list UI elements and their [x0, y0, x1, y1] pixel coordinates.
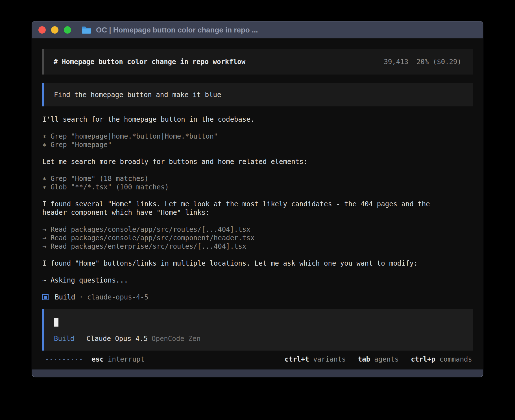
- assistant-text: I'll search for the homepage button in t…: [42, 115, 456, 124]
- read-call-group: → Read packages/console/app/src/routes/[…: [42, 225, 456, 251]
- context-usage: 20% ($0.29): [416, 58, 461, 66]
- agent-build-icon: [42, 294, 49, 300]
- assistant-text: I found "Home" buttons/links in multiple…: [42, 259, 456, 268]
- shortcut-commands: ctrl+p commands: [411, 355, 472, 364]
- text-cursor: [54, 318, 58, 327]
- close-button[interactable]: [38, 26, 46, 34]
- terminal-content: # Homepage button color change in repo w…: [32, 38, 483, 369]
- mode-label[interactable]: Build: [54, 334, 74, 343]
- assistant-transcript: I'll search for the homepage button in t…: [42, 115, 473, 301]
- activity-spinner: [46, 359, 82, 360]
- shortcut-label: commands: [439, 355, 472, 363]
- model-label[interactable]: Claude Opus 4.5: [86, 334, 148, 343]
- separator-dot: ·: [79, 293, 83, 301]
- terminal-window: OC | Homepage button color change in rep…: [32, 21, 483, 377]
- shortcut-label: variants: [313, 355, 346, 363]
- session-stats: 39,413 20% ($0.29): [384, 58, 461, 66]
- shortcut-agents: tab agents: [358, 355, 399, 364]
- shortcut-label: interrupt: [108, 355, 145, 363]
- shortcut-key: ctrl+t: [285, 355, 309, 363]
- session-title: # Homepage button color change in repo w…: [54, 58, 245, 66]
- shortcut-key: tab: [358, 355, 370, 363]
- tool-call-grep: ∗ Grep "homepage|home.*button|Home.*butt…: [42, 132, 456, 141]
- message-input[interactable]: Build Claude Opus 4.5 OpenCode Zen: [42, 309, 473, 351]
- assistant-text: I found several "Home" links. Let me loo…: [42, 200, 456, 217]
- titlebar[interactable]: OC | Homepage button color change in rep…: [32, 21, 483, 38]
- agent-model: claude-opus-4-5: [87, 293, 149, 301]
- zoom-button[interactable]: [64, 26, 71, 34]
- agent-badge: Build · claude-opus-4-5: [42, 293, 456, 301]
- window-title: OC | Homepage button color change in rep…: [96, 26, 258, 34]
- shortcut-variants: ctrl+t variants: [285, 355, 346, 364]
- shortcut-label: agents: [374, 355, 399, 363]
- tool-call-read: → Read packages/console/app/src/componen…: [42, 234, 456, 242]
- tool-call-glob: ∗ Glob "**/*.tsx" (100 matches): [42, 183, 456, 191]
- user-message-text: Find the homepage button and make it blu…: [54, 91, 461, 99]
- provider-label: OpenCode Zen: [152, 334, 200, 343]
- activity-status: ~ Asking questions...: [42, 276, 456, 285]
- input-footer: Build Claude Opus 4.5 OpenCode Zen: [54, 334, 461, 343]
- window-bottom-strip: [32, 369, 483, 377]
- tool-call-grep: ∗ Grep "Homepage": [42, 141, 456, 149]
- tool-call-grep: ∗ Grep "Home" (18 matches): [42, 174, 456, 183]
- tool-call-read: → Read packages/console/app/src/routes/[…: [42, 225, 456, 234]
- traffic-lights: [38, 26, 71, 34]
- token-count: 39,413: [384, 58, 408, 66]
- tool-call-read: → Read packages/enterprise/src/routes/[.…: [42, 242, 456, 251]
- minimize-button[interactable]: [51, 26, 58, 34]
- assistant-text: Let me search more broadly for buttons a…: [42, 158, 456, 166]
- tool-call-group: ∗ Grep "Home" (18 matches) ∗ Glob "**/*.…: [42, 174, 456, 191]
- shortcut-key: esc: [91, 355, 104, 363]
- session-header: # Homepage button color change in repo w…: [42, 49, 473, 75]
- tool-call-group: ∗ Grep "homepage|home.*button|Home.*butt…: [42, 132, 456, 149]
- user-message: Find the homepage button and make it blu…: [42, 83, 473, 106]
- folder-icon: [81, 26, 91, 34]
- shortcut-key: ctrl+p: [411, 355, 435, 363]
- status-bar: esc interrupt ctrl+t variants tab agents…: [42, 355, 473, 364]
- shortcut-hints: ctrl+t variants tab agents ctrl+p comman…: [285, 355, 472, 364]
- agent-name: Build: [55, 293, 75, 301]
- shortcut-interrupt: esc interrupt: [91, 355, 145, 364]
